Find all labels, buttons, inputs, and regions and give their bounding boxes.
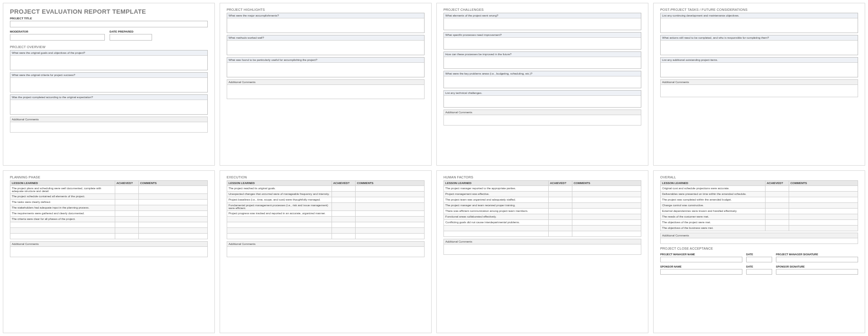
comments-cell[interactable] xyxy=(138,194,207,200)
achieved-cell[interactable] xyxy=(332,192,355,197)
pm-name-input[interactable] xyxy=(660,257,742,262)
q-useful-body[interactable] xyxy=(227,63,424,77)
date-prepared-input[interactable] xyxy=(110,34,152,41)
achieved-cell[interactable] xyxy=(115,234,138,239)
comments-cell[interactable] xyxy=(355,197,424,203)
q-maint-body[interactable] xyxy=(661,18,858,33)
achieved-cell[interactable] xyxy=(332,234,355,239)
achieved-cell[interactable] xyxy=(332,222,355,228)
comments-cell[interactable] xyxy=(572,214,641,220)
achieved-cell[interactable] xyxy=(332,217,355,222)
ac7-body[interactable] xyxy=(443,244,641,255)
q-improve-body[interactable] xyxy=(444,38,641,49)
achieved-cell[interactable] xyxy=(332,228,355,234)
achieved-cell[interactable] xyxy=(548,192,572,197)
comments-cell[interactable] xyxy=(572,220,641,226)
comments-cell[interactable] xyxy=(789,214,858,220)
achieved-cell[interactable] xyxy=(115,211,138,217)
comments-cell[interactable] xyxy=(355,203,424,211)
ac2-body[interactable] xyxy=(227,85,425,99)
achieved-cell[interactable] xyxy=(115,217,138,222)
achieved-cell[interactable] xyxy=(765,197,789,203)
comments-cell[interactable] xyxy=(138,211,207,217)
comments-cell[interactable] xyxy=(572,197,641,203)
comments-cell[interactable] xyxy=(138,222,207,228)
achieved-cell[interactable] xyxy=(115,194,138,200)
achieved-cell[interactable] xyxy=(765,220,789,226)
ac6-body[interactable] xyxy=(227,247,425,257)
comments-cell[interactable] xyxy=(572,192,641,197)
comments-cell[interactable] xyxy=(355,211,424,217)
comments-cell[interactable] xyxy=(789,186,858,192)
achieved-cell[interactable] xyxy=(765,186,789,192)
q-expectation-body[interactable] xyxy=(10,100,207,114)
comments-cell[interactable] xyxy=(355,228,424,234)
q-outstanding-body[interactable] xyxy=(661,63,858,77)
q-criteria-body[interactable] xyxy=(10,78,207,92)
sp-sig-input[interactable] xyxy=(776,269,858,275)
q-improvefuture-body[interactable] xyxy=(444,57,641,68)
sp-name-input[interactable] xyxy=(660,269,742,275)
achieved-cell[interactable] xyxy=(332,186,355,192)
achieved-cell[interactable] xyxy=(548,197,572,203)
achieved-cell[interactable] xyxy=(765,203,789,209)
project-title-input[interactable] xyxy=(10,21,208,27)
comments-cell[interactable] xyxy=(355,217,424,222)
q-goals-body[interactable] xyxy=(10,56,207,70)
comments-cell[interactable] xyxy=(355,234,424,239)
comments-cell[interactable] xyxy=(138,234,207,239)
ac5-body[interactable] xyxy=(10,247,208,257)
ac4-body[interactable] xyxy=(660,85,858,97)
achieved-cell[interactable] xyxy=(332,211,355,217)
comments-cell[interactable] xyxy=(138,217,207,222)
comments-cell[interactable] xyxy=(789,220,858,226)
achieved-cell[interactable] xyxy=(548,209,572,214)
ac3-body[interactable] xyxy=(443,115,641,126)
achieved-cell[interactable] xyxy=(115,222,138,228)
achieved-cell[interactable] xyxy=(548,203,572,209)
comments-cell[interactable] xyxy=(789,203,858,209)
comments-cell[interactable] xyxy=(789,209,858,214)
comments-cell[interactable] xyxy=(355,222,424,228)
pm-date-input[interactable] xyxy=(746,257,772,262)
achieved-cell[interactable] xyxy=(548,186,572,192)
comments-cell[interactable] xyxy=(572,231,641,237)
achieved-cell[interactable] xyxy=(548,231,572,237)
achieved-cell[interactable] xyxy=(548,220,572,226)
q-actions-body[interactable] xyxy=(661,41,858,55)
comments-cell[interactable] xyxy=(789,197,858,203)
comments-cell[interactable] xyxy=(572,226,641,231)
achieved-cell[interactable] xyxy=(765,192,789,197)
achieved-cell[interactable] xyxy=(332,203,355,211)
q-technical-body[interactable] xyxy=(444,96,641,107)
comments-cell[interactable] xyxy=(138,200,207,205)
ac8-body[interactable] xyxy=(660,238,858,244)
comments-cell[interactable] xyxy=(572,186,641,192)
comments-cell[interactable] xyxy=(789,226,858,231)
comments-cell[interactable] xyxy=(572,209,641,214)
comments-cell[interactable] xyxy=(355,192,424,197)
achieved-cell[interactable] xyxy=(765,226,789,231)
q-methods-body[interactable] xyxy=(227,41,424,55)
q-accomp-body[interactable] xyxy=(227,18,424,33)
achieved-cell[interactable] xyxy=(115,186,138,194)
comments-cell[interactable] xyxy=(138,186,207,194)
achieved-cell[interactable] xyxy=(115,228,138,234)
moderator-input[interactable] xyxy=(10,34,105,41)
achieved-cell[interactable] xyxy=(115,205,138,211)
achieved-cell[interactable] xyxy=(548,214,572,220)
comments-cell[interactable] xyxy=(572,203,641,209)
achieved-cell[interactable] xyxy=(115,200,138,205)
comments-cell[interactable] xyxy=(789,192,858,197)
comments-cell[interactable] xyxy=(355,186,424,192)
sp-date-input[interactable] xyxy=(746,269,772,275)
achieved-cell[interactable] xyxy=(765,209,789,214)
ac-body[interactable] xyxy=(10,122,208,133)
q-wrong-body[interactable] xyxy=(444,18,641,30)
achieved-cell[interactable] xyxy=(332,197,355,203)
comments-cell[interactable] xyxy=(138,205,207,211)
achieved-cell[interactable] xyxy=(548,226,572,231)
achieved-cell[interactable] xyxy=(765,214,789,220)
q-problems-body[interactable] xyxy=(444,76,641,88)
comments-cell[interactable] xyxy=(138,228,207,234)
